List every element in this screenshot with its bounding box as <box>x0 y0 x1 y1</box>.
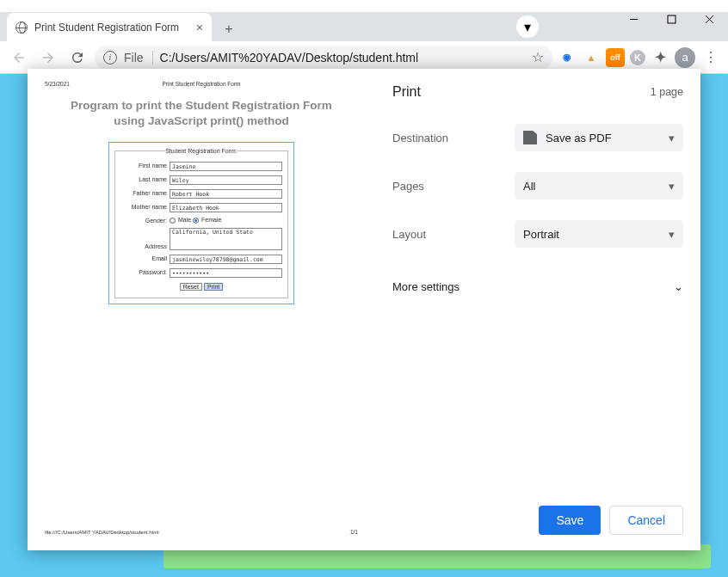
cancel-button[interactable]: Cancel <box>609 506 683 535</box>
preview-print-button: Print <box>204 283 223 291</box>
chevron-down-icon: ▾ <box>669 132 675 144</box>
url-text: C:/Users/AMIT%20YADAV/Desktop/student.ht… <box>160 51 419 64</box>
tab-close-button[interactable]: × <box>196 21 203 34</box>
extension-icon[interactable]: ◉ <box>558 48 577 67</box>
new-tab-button[interactable]: + <box>217 17 241 41</box>
window-close-button[interactable] <box>690 7 728 31</box>
preview-page: 5/23/2021 Print Student Registration For… <box>36 76 367 540</box>
radio-icon <box>193 218 199 224</box>
more-settings-toggle[interactable]: More settings ⌄ <box>392 275 683 298</box>
svg-rect-1 <box>668 15 676 23</box>
layout-label: Layout <box>392 228 515 241</box>
browser-menu-button[interactable]: ⋮ <box>700 49 721 65</box>
preview-footer-url: file:///C:/Users/AMIT YADAV/Desktop/stud… <box>45 530 159 535</box>
layout-select[interactable]: Portrait ▾ <box>515 220 683 248</box>
back-button[interactable] <box>7 46 31 70</box>
preview-reset-button: Reset <box>180 283 202 291</box>
chevron-down-icon: ⌄ <box>674 280 683 293</box>
forward-button[interactable] <box>36 46 60 70</box>
print-preview-pane: 5/23/2021 Print Student Registration For… <box>28 69 375 550</box>
page-count: 1 page <box>651 86 683 98</box>
window-minimize-button[interactable] <box>614 7 652 31</box>
preview-header: Print Student Registration Form <box>36 81 367 87</box>
globe-icon <box>15 21 28 34</box>
tab-title: Print Student Registration Form <box>34 21 179 34</box>
media-control-icon[interactable]: ▾ <box>516 15 539 38</box>
extension-icons: ◉ ▲ off K ✦ a ⋮ <box>558 47 721 68</box>
form-legend: Student Registration Form: <box>165 148 238 154</box>
print-title: Print <box>392 84 421 100</box>
reload-button[interactable] <box>65 46 89 70</box>
destination-label: Destination <box>392 132 515 144</box>
pages-select[interactable]: All ▾ <box>515 172 683 199</box>
bookmark-star-icon[interactable]: ☆ <box>532 49 544 65</box>
print-settings-pane: Print 1 page Destination Save as PDF ▾ P… <box>375 69 700 550</box>
browser-tab[interactable]: Print Student Registration Form × <box>7 13 212 41</box>
radio-icon <box>170 218 176 224</box>
url-scheme: File <box>124 51 153 64</box>
preview-page-number: 1/1 <box>350 529 358 535</box>
chevron-down-icon: ▾ <box>669 180 675 193</box>
site-info-icon[interactable]: i <box>103 51 117 64</box>
address-bar[interactable]: i File C:/Users/AMIT%20YADAV/Desktop/stu… <box>95 46 552 70</box>
preview-form: Student Registration Form: First nameJas… <box>108 142 294 304</box>
pages-label: Pages <box>392 180 515 193</box>
save-button[interactable]: Save <box>539 506 601 535</box>
pdf-icon <box>523 131 537 144</box>
extension-icon[interactable]: off <box>606 48 625 67</box>
destination-select[interactable]: Save as PDF ▾ <box>515 124 683 151</box>
print-dialog: 5/23/2021 Print Student Registration For… <box>28 69 700 550</box>
preview-title: Program to print the Student Registratio… <box>36 98 367 128</box>
chevron-down-icon: ▾ <box>669 228 675 241</box>
extension-icon[interactable]: ▲ <box>582 48 601 67</box>
profile-avatar[interactable]: a <box>675 47 695 68</box>
window-maximize-button[interactable] <box>652 7 690 31</box>
extension-icon[interactable]: K <box>630 50 645 65</box>
extensions-menu-icon[interactable]: ✦ <box>651 48 669 67</box>
